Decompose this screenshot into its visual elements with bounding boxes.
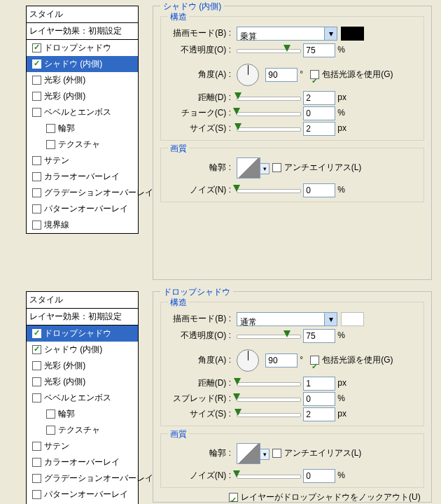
size-label: サイズ(S) : [161, 120, 231, 136]
style-checkbox[interactable] [32, 345, 41, 354]
style-item[interactable]: 光彩 (外側) [27, 72, 138, 88]
contour-picker[interactable]: ▾ [237, 158, 260, 178]
angle-input[interactable]: 90 [265, 354, 298, 368]
style-checkbox[interactable] [32, 474, 41, 483]
spread-input[interactable]: 0 [303, 392, 335, 406]
style-item[interactable]: 輪郭 [27, 406, 138, 422]
style-checkbox[interactable] [32, 188, 41, 197]
style-checkbox[interactable] [32, 92, 41, 101]
opacity-input[interactable]: 75 [303, 43, 335, 57]
style-checkbox[interactable] [46, 410, 55, 419]
style-item[interactable]: 光彩 (内側) [27, 88, 138, 104]
style-item[interactable]: カラーオーバーレイ [27, 169, 138, 185]
style-checkbox[interactable] [32, 393, 41, 402]
style-checkbox[interactable] [32, 361, 41, 370]
style-item[interactable]: 光彩 (内側) [27, 374, 138, 390]
color-swatch[interactable] [341, 312, 364, 326]
global-light-checkbox[interactable] [310, 70, 319, 79]
opacity-input[interactable]: 75 [303, 329, 335, 343]
noise-label: ノイズ(N) : [161, 468, 231, 483]
style-list-preset[interactable]: レイヤー効果：初期設定 [27, 23, 138, 40]
style-checkbox[interactable] [32, 108, 41, 117]
style-list-preset[interactable]: レイヤー効果：初期設定 [27, 309, 138, 326]
style-item[interactable]: ベベルとエンボス [27, 390, 138, 406]
antialias-checkbox[interactable] [272, 163, 281, 172]
style-item-label: ベベルとエンボス [44, 393, 111, 402]
distance-input[interactable]: 1 [303, 377, 335, 391]
noise-input[interactable]: 0 [303, 469, 335, 483]
style-checkbox[interactable] [32, 490, 41, 499]
style-checkbox[interactable] [32, 220, 41, 230]
noise-slider[interactable] [237, 188, 301, 193]
style-checkbox[interactable] [32, 204, 41, 214]
noise-input[interactable]: 0 [303, 183, 335, 197]
style-item[interactable]: シャドウ (内側) [27, 342, 138, 358]
style-checkbox[interactable] [32, 59, 41, 69]
spread-slider[interactable] [237, 396, 301, 402]
style-item[interactable]: 光彩 (外側) [27, 358, 138, 374]
style-item[interactable]: パターンオーバーレイ [27, 486, 138, 503]
blend-mode-select[interactable]: 通常▾ [237, 312, 337, 326]
style-item-label: パターンオーバーレイ [44, 489, 128, 499]
style-item-label: テクスチャ [58, 139, 100, 149]
style-item[interactable]: ベベルとエンボス [27, 104, 138, 120]
antialias-label: アンチエイリアス(L) [284, 162, 362, 172]
size-slider[interactable] [237, 126, 301, 132]
style-item-label: ドロップシャドウ [44, 328, 111, 338]
style-item[interactable]: ドロップシャドウ [27, 326, 138, 342]
angle-input[interactable]: 90 [265, 68, 298, 82]
global-light-checkbox[interactable] [310, 356, 319, 365]
style-checkbox[interactable] [32, 172, 41, 181]
style-item[interactable]: 輪郭 [27, 120, 138, 136]
style-item-label: テクスチャ [58, 425, 100, 435]
style-item[interactable]: ドロップシャドウ [27, 40, 138, 56]
drop-shadow-quality: 画質 輪郭 : ▾ アンチエイリアス(L) ノイズ(N) : 0% [160, 433, 424, 488]
size-input[interactable]: 2 [303, 122, 335, 136]
style-checkbox[interactable] [32, 43, 41, 52]
choke-input[interactable]: 0 [303, 106, 335, 120]
style-checkbox[interactable] [46, 426, 55, 435]
style-item[interactable]: グラデーションオーバーレイ [27, 185, 138, 201]
color-swatch[interactable] [341, 27, 364, 41]
style-checkbox[interactable] [32, 442, 41, 451]
style-item[interactable]: シャドウ (内側) [27, 56, 138, 72]
angle-dial[interactable] [237, 64, 259, 86]
size-input[interactable]: 2 [303, 407, 335, 421]
distance-label: 距離(D) : [161, 375, 231, 391]
style-checkbox[interactable] [32, 377, 41, 386]
style-item[interactable]: テクスチャ [27, 136, 138, 153]
spread-label: スプレッド(R) : [161, 391, 231, 406]
style-item[interactable]: 境界線 [27, 217, 138, 233]
contour-picker[interactable]: ▾ [237, 443, 260, 464]
style-item[interactable]: サテン [27, 153, 138, 169]
style-item-label: グラデーションオーバーレイ [44, 188, 153, 197]
style-checkbox[interactable] [46, 124, 55, 133]
knockout-label: レイヤーがドロップシャドウをノックアウト(U) [241, 492, 421, 502]
size-label: サイズ(S) : [161, 406, 231, 421]
opacity-slider[interactable] [237, 333, 301, 339]
distance-slider[interactable] [237, 381, 301, 386]
knockout-checkbox[interactable] [229, 493, 238, 502]
style-item[interactable]: グラデーションオーバーレイ [27, 470, 138, 486]
angle-dial[interactable] [237, 349, 259, 372]
style-checkbox[interactable] [32, 329, 41, 338]
style-item[interactable]: テクスチャ [27, 422, 138, 438]
opacity-slider[interactable] [237, 48, 301, 53]
style-list-header: スタイル [27, 6, 138, 23]
blend-mode-select[interactable]: 乗算▾ [237, 27, 337, 41]
distance-slider[interactable] [237, 95, 301, 101]
distance-input[interactable]: 2 [303, 91, 335, 105]
style-checkbox[interactable] [32, 76, 41, 85]
noise-slider[interactable] [237, 473, 301, 479]
style-item[interactable]: カラーオーバーレイ [27, 454, 138, 470]
style-item[interactable]: サテン [27, 438, 138, 454]
size-slider[interactable] [237, 412, 301, 417]
style-checkbox[interactable] [32, 156, 41, 165]
choke-slider[interactable] [237, 111, 301, 116]
style-item[interactable]: パターンオーバーレイ [27, 201, 138, 217]
style-item-label: ドロップシャドウ [44, 43, 111, 52]
style-checkbox[interactable] [32, 458, 41, 467]
style-item-label: サテン [44, 441, 69, 451]
style-checkbox[interactable] [46, 140, 55, 149]
antialias-checkbox[interactable] [272, 449, 281, 458]
